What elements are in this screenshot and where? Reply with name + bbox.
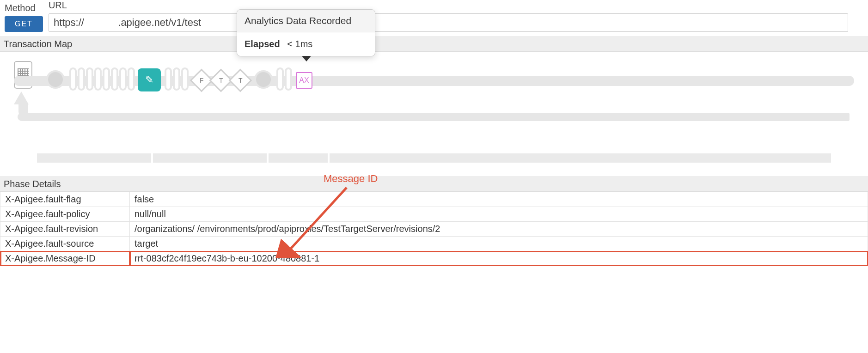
flow-step[interactable]	[285, 67, 292, 91]
flow-start-node[interactable]	[46, 70, 65, 89]
flow-step[interactable]	[165, 67, 172, 91]
timeline-segment[interactable]	[269, 153, 328, 163]
phase-key: X-Apigee.fault-policy	[0, 207, 130, 222]
analytics-node[interactable]: AX	[296, 72, 312, 89]
table-row-message-id: X-Apigee.Message-ID rrt-083cf2c4f19ec743…	[0, 251, 868, 266]
flow-step[interactable]	[181, 67, 189, 91]
tooltip-title: Analytics Data Recorded	[237, 10, 375, 32]
flow-step[interactable]	[119, 67, 127, 91]
url-label: URL	[49, 0, 863, 11]
policy-tooltip: Analytics Data Recorded Elapsed < 1ms	[237, 9, 375, 56]
flow-step[interactable]	[69, 67, 77, 91]
phase-value: rrt-083cf2c4f19ec743b-b-eu-10200-480881-…	[130, 251, 868, 266]
flow-step[interactable]	[111, 67, 118, 91]
flow-step[interactable]	[86, 67, 93, 91]
phase-value: /organizations/ /environments/prod/apipr…	[130, 222, 868, 237]
phase-value: false	[130, 192, 868, 207]
policy-edit-node[interactable]: ✎	[138, 68, 161, 91]
phase-key: X-Apigee.Message-ID	[0, 251, 130, 266]
phase-details-header: Phase Details	[0, 176, 868, 192]
transaction-map-header: Transaction Map	[0, 37, 868, 52]
timeline-segment[interactable]	[153, 153, 267, 163]
phase-details-section: Phase Details X-Apigee.fault-flag false …	[0, 176, 868, 266]
flow-step[interactable]	[94, 67, 102, 91]
request-bar: Method GET URL	[0, 0, 868, 37]
transaction-map: ✎ F T T AX	[0, 52, 868, 135]
flow-step[interactable]	[173, 67, 180, 91]
condition-node[interactable]: T	[229, 69, 252, 92]
phase-key: X-Apigee.fault-flag	[0, 192, 130, 207]
chevron-down-icon	[302, 56, 311, 61]
annotation-label: Message ID	[324, 173, 378, 185]
tooltip-body: Elapsed < 1ms	[237, 32, 375, 56]
url-column: URL	[49, 0, 863, 32]
tooltip-elapsed-value: < 1ms	[287, 39, 312, 49]
flow-step[interactable]	[78, 67, 85, 91]
method-column: Method GET	[5, 3, 43, 32]
flow-step[interactable]	[128, 67, 135, 91]
url-input[interactable]	[49, 13, 848, 32]
timeline-segment[interactable]	[330, 153, 831, 163]
timeline-segment[interactable]	[37, 153, 151, 163]
phase-value: target	[130, 237, 868, 251]
table-row: X-Apigee.fault-revision /organizations/ …	[0, 222, 868, 237]
phase-key: X-Apigee.fault-source	[0, 237, 130, 251]
timeline-bar[interactable]	[37, 153, 831, 163]
method-button[interactable]: GET	[5, 16, 43, 32]
phase-key: X-Apigee.fault-revision	[0, 222, 130, 237]
table-row: X-Apigee.fault-source target	[0, 237, 868, 251]
table-row: X-Apigee.fault-flag false	[0, 192, 868, 207]
flow-step[interactable]	[276, 67, 284, 91]
flow-step[interactable]	[103, 67, 110, 91]
table-row: X-Apigee.fault-policy null/null	[0, 207, 868, 222]
tooltip-elapsed-label: Elapsed	[245, 39, 280, 49]
pencil-icon: ✎	[145, 74, 153, 86]
phase-details-table: X-Apigee.fault-flag false X-Apigee.fault…	[0, 192, 868, 266]
phase-value: null/null	[130, 207, 868, 222]
method-label: Method	[5, 3, 43, 13]
response-arrow-icon	[18, 107, 850, 121]
flow-end-node[interactable]	[254, 70, 273, 89]
